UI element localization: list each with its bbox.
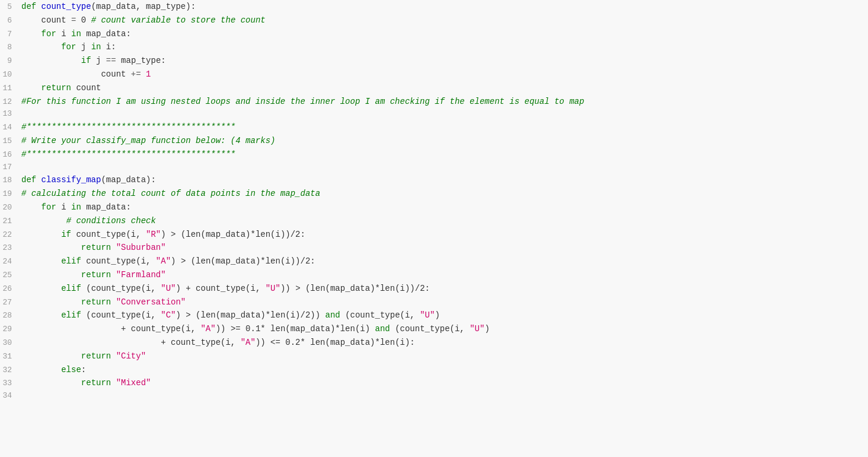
token: count_type(i, [81, 256, 156, 266]
token: def [21, 175, 42, 185]
token: "Conversation" [116, 297, 186, 307]
line-number: 8 [0, 42, 21, 54]
token [21, 29, 42, 39]
token: elif [61, 310, 81, 320]
code-editor: 5def count_type(map_data, map_type):6 co… [0, 0, 868, 457]
line-content: return "Conversation" [21, 296, 868, 309]
token: += [131, 69, 141, 79]
token: 1 [141, 69, 151, 79]
token: else [61, 365, 81, 375]
token: #***************************************… [21, 122, 235, 132]
token: j [76, 42, 91, 52]
code-line: 26 elif (count_type(i, "U") + count_type… [0, 282, 868, 296]
token: if [81, 56, 91, 65]
token: and [326, 310, 340, 320]
token [21, 83, 42, 93]
token: # count variable to store the count [91, 15, 266, 25]
token: "Mixed" [116, 378, 151, 388]
token: "Farmland" [116, 270, 166, 280]
token: # calculating the total count of data po… [21, 189, 320, 198]
token: elif [61, 284, 81, 293]
line-content: for j in i: [21, 40, 868, 53]
token: classify_map [42, 175, 101, 185]
line-number: 31 [0, 351, 21, 363]
token: "U" [420, 310, 435, 320]
token: map_data: [81, 202, 131, 212]
token: i [56, 202, 71, 212]
line-content: #***************************************… [21, 120, 868, 134]
token: "R" [146, 230, 161, 239]
token: (count_type(i, [81, 284, 161, 293]
line-number: 32 [0, 364, 21, 377]
code-line: 32 else: [0, 363, 868, 377]
token [21, 297, 81, 307]
line-number: 18 [0, 174, 21, 187]
line-content: #***************************************… [21, 148, 868, 161]
line-number: 19 [0, 188, 21, 201]
token: ) [435, 310, 439, 320]
code-line: 25 return "Farmland" [0, 268, 868, 282]
code-line: 30 + count_type(i, "A")) <= 0.2* len(map… [0, 336, 868, 350]
line-number: 27 [0, 297, 21, 309]
token: count [71, 83, 101, 93]
token: return [42, 83, 71, 93]
code-line: 5def count_type(map_data, map_type): [0, 0, 868, 14]
line-number: 21 [0, 215, 21, 228]
token: for [61, 42, 76, 52]
code-line: 19# calculating the total count of data … [0, 187, 868, 201]
code-line: 34 [0, 390, 868, 402]
token: ) > (len(map_data)*len(i))/2: [161, 230, 305, 239]
line-content: + count_type(i, "A")) <= 0.2* len(map_da… [21, 336, 868, 349]
token: )) > (len(map_data)*len(i))/2: [280, 284, 430, 293]
token: #For this function I am using nested loo… [21, 97, 584, 106]
line-content: elif (count_type(i, "U") + count_type(i,… [21, 282, 868, 295]
token: "C" [161, 310, 175, 320]
token: (count_type(i, [340, 310, 420, 320]
line-number: 28 [0, 310, 21, 322]
token: return [81, 297, 111, 307]
token: #***************************************… [21, 150, 235, 159]
token: count_type(i, [71, 230, 146, 239]
code-line: 31 return "City" [0, 350, 868, 363]
line-content: return count [21, 81, 868, 94]
token: (map_data, map_type): [91, 2, 196, 11]
token [111, 378, 116, 388]
line-content: elif count_type(i, "A") > (len(map_data)… [21, 255, 868, 268]
line-content: # calculating the total count of data po… [21, 187, 868, 200]
code-line: 15# Write your classify_map function bel… [0, 134, 868, 148]
token: def [21, 2, 42, 11]
token [21, 243, 81, 252]
line-number: 26 [0, 283, 21, 296]
code-line: 17 [0, 161, 868, 174]
line-number: 7 [0, 28, 21, 41]
token: ) > (len(map_data)*len(i))/2: [171, 256, 315, 266]
line-content: def classify_map(map_data): [21, 173, 868, 186]
token [21, 230, 61, 239]
token: elif [61, 256, 81, 266]
line-content: elif (count_type(i, "C") > (len(map_data… [21, 309, 868, 322]
token: return [81, 378, 111, 388]
token: )) <= 0.2* len(map_data)*len(i): [256, 338, 415, 347]
line-content: return "Farmland" [21, 268, 868, 281]
line-number: 15 [0, 135, 21, 148]
token: "A" [156, 256, 171, 266]
line-content: if count_type(i, "R") > (len(map_data)*l… [21, 228, 868, 241]
token: "A" [241, 338, 256, 347]
token: for [42, 29, 56, 39]
token: count [21, 69, 131, 79]
line-content: #For this function I am using nested loo… [21, 95, 868, 108]
line-number: 29 [0, 323, 21, 336]
token: return [81, 270, 111, 280]
line-content: # Write your classify_map function below… [21, 134, 868, 147]
token: (count_type(i, [81, 310, 161, 320]
token [111, 351, 116, 361]
line-number: 11 [0, 82, 21, 95]
line-content: else: [21, 363, 868, 376]
code-line: 6 count = 0 # count variable to store th… [0, 14, 868, 27]
token: if [61, 230, 71, 239]
code-line: 21 # conditions check [0, 214, 868, 228]
code-line: 18def classify_map(map_data): [0, 173, 868, 187]
token [111, 243, 116, 252]
token [21, 56, 81, 65]
token: )) >= 0.1* len(map_data)*len(i) [216, 324, 375, 334]
